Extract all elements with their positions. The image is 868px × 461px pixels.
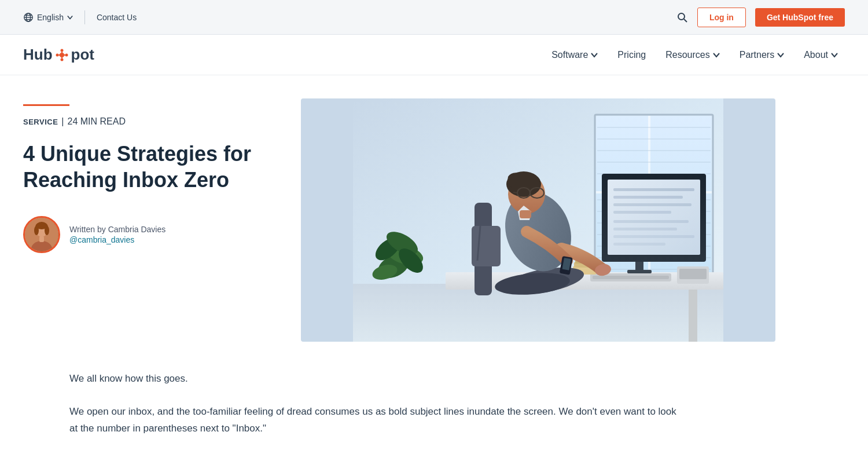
search-icon bbox=[676, 12, 688, 23]
svg-rect-59 bbox=[613, 211, 671, 214]
article-left: SERVICE | 24 MIN READ 4 Unique Strategie… bbox=[23, 98, 266, 253]
hero-image bbox=[301, 98, 775, 342]
svg-rect-51 bbox=[689, 290, 697, 342]
svg-line-85 bbox=[513, 192, 517, 193]
article-category: SERVICE bbox=[23, 118, 58, 126]
login-button[interactable]: Log in bbox=[697, 8, 746, 27]
article-title: 4 Unique Strategies for Reaching Inbox Z… bbox=[23, 141, 266, 193]
language-label: English bbox=[37, 13, 64, 22]
author-handle[interactable]: @cambria_davies bbox=[69, 235, 165, 244]
hubspot-logo-icon bbox=[54, 47, 70, 63]
svg-rect-65 bbox=[593, 276, 669, 279]
nav-pricing-label: Pricing bbox=[617, 50, 646, 60]
logo-hub-text: Hub bbox=[23, 46, 53, 64]
svg-point-8 bbox=[60, 49, 63, 52]
svg-point-10 bbox=[56, 53, 58, 56]
logo-pot-text: pot bbox=[71, 46, 94, 64]
nav-software-label: Software bbox=[551, 50, 588, 60]
article-layout: SERVICE | 24 MIN READ 4 Unique Strategie… bbox=[23, 98, 775, 342]
svg-point-9 bbox=[60, 58, 63, 61]
svg-rect-61 bbox=[613, 228, 677, 231]
author-avatar-image bbox=[25, 218, 58, 251]
author-written-by: Written by Cambria Davies bbox=[69, 225, 165, 234]
contact-link[interactable]: Contact Us bbox=[97, 13, 137, 22]
svg-rect-58 bbox=[613, 203, 692, 206]
body-paragraph-1: We all know how this goes. bbox=[69, 371, 683, 387]
nav-about-label: About bbox=[804, 50, 828, 60]
language-selector[interactable]: English bbox=[23, 12, 73, 23]
chevron-down-icon bbox=[713, 52, 720, 58]
author-prefix: Written by bbox=[69, 225, 108, 234]
top-bar-divider bbox=[84, 10, 85, 24]
author-section: Written by Cambria Davies @cambria_davie… bbox=[23, 216, 266, 253]
svg-point-5 bbox=[678, 13, 685, 20]
get-hubspot-free-button[interactable]: Get HubSpot free bbox=[755, 8, 845, 27]
nav-item-pricing[interactable]: Pricing bbox=[610, 45, 653, 65]
svg-rect-86 bbox=[520, 210, 531, 218]
body-paragraph-2: We open our inbox, and the too-familiar … bbox=[69, 404, 683, 437]
svg-rect-53 bbox=[627, 270, 652, 273]
svg-rect-62 bbox=[613, 235, 694, 238]
svg-rect-57 bbox=[613, 196, 683, 199]
article-title-line1: 4 Unique Strategies for bbox=[23, 142, 251, 166]
top-bar-right: Log in Get HubSpot free bbox=[676, 8, 845, 27]
nav-item-software[interactable]: Software bbox=[545, 45, 605, 65]
hubspot-logo: Hub pot bbox=[23, 46, 94, 64]
hero-image-svg bbox=[301, 98, 775, 342]
svg-rect-67 bbox=[679, 269, 707, 279]
svg-rect-21 bbox=[39, 236, 44, 242]
svg-line-6 bbox=[684, 19, 687, 22]
chevron-down-icon bbox=[591, 52, 598, 58]
svg-point-11 bbox=[65, 53, 68, 56]
svg-point-24 bbox=[36, 222, 47, 229]
author-name: Cambria Davies bbox=[108, 225, 166, 234]
nav-resources-label: Resources bbox=[665, 50, 709, 60]
author-info: Written by Cambria Davies @cambria_davie… bbox=[69, 225, 165, 244]
article-read-time: 24 MIN READ bbox=[68, 116, 126, 127]
svg-rect-60 bbox=[613, 220, 689, 223]
main-nav: Hub pot Software bbox=[0, 35, 868, 75]
content-area: SERVICE | 24 MIN READ 4 Unique Strategie… bbox=[0, 75, 868, 342]
nav-items: Software Pricing Resources Partners Abou… bbox=[545, 45, 845, 65]
article-meta-separator: | bbox=[61, 116, 64, 127]
article-right bbox=[301, 98, 775, 342]
top-bar-left: English Contact Us bbox=[23, 10, 137, 24]
logo[interactable]: Hub pot bbox=[23, 46, 94, 64]
svg-rect-56 bbox=[613, 188, 694, 191]
nav-item-resources[interactable]: Resources bbox=[659, 45, 726, 65]
nav-item-about[interactable]: About bbox=[797, 45, 845, 65]
chevron-down-icon bbox=[777, 52, 784, 58]
chevron-down-icon bbox=[67, 14, 73, 20]
author-avatar-inner bbox=[25, 218, 58, 251]
article-title-line2: Reaching Inbox Zero bbox=[23, 168, 229, 192]
logo-icon bbox=[54, 47, 70, 63]
nav-partners-label: Partners bbox=[740, 50, 774, 60]
body-text-section: We all know how this goes. We open our i… bbox=[0, 342, 752, 461]
svg-rect-63 bbox=[613, 243, 665, 246]
author-avatar bbox=[23, 216, 60, 253]
category-bar: SERVICE | 24 MIN READ bbox=[23, 116, 266, 127]
nav-item-partners[interactable]: Partners bbox=[733, 45, 791, 65]
globe-icon bbox=[23, 12, 34, 23]
svg-point-7 bbox=[60, 53, 64, 57]
svg-rect-72 bbox=[472, 226, 501, 266]
top-bar: English Contact Us Log in Get HubSpot fr… bbox=[0, 0, 868, 35]
search-button[interactable] bbox=[676, 12, 688, 23]
chevron-down-icon bbox=[831, 52, 838, 58]
category-underline bbox=[23, 104, 69, 106]
